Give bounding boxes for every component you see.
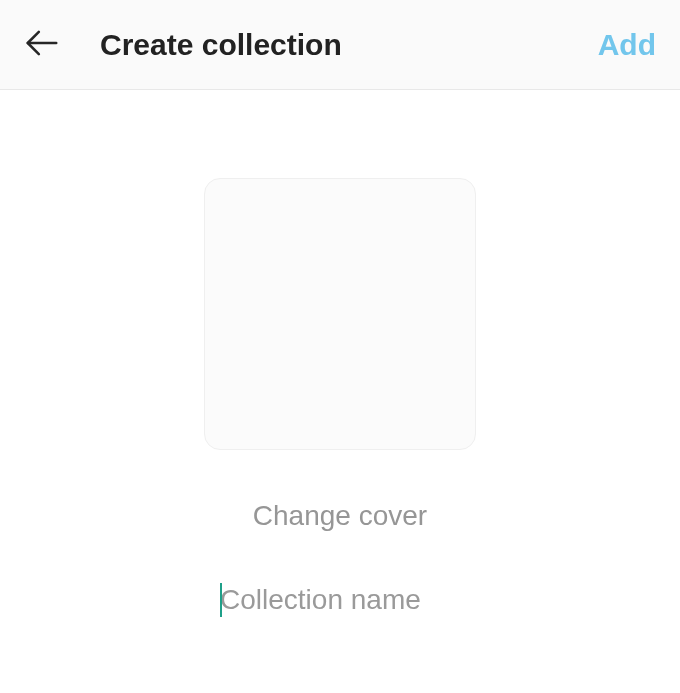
back-button[interactable] bbox=[20, 23, 64, 67]
cover-image-placeholder[interactable] bbox=[204, 178, 476, 450]
arrow-left-icon bbox=[23, 24, 61, 65]
change-cover-button[interactable]: Change cover bbox=[253, 500, 427, 532]
header-bar: Create collection Add bbox=[0, 0, 680, 90]
add-button[interactable]: Add bbox=[594, 20, 660, 70]
page-title: Create collection bbox=[100, 28, 594, 62]
collection-name-input[interactable] bbox=[220, 580, 460, 620]
collection-name-field-wrapper bbox=[220, 580, 460, 620]
content-area: Change cover bbox=[0, 90, 680, 620]
text-caret bbox=[220, 583, 222, 617]
